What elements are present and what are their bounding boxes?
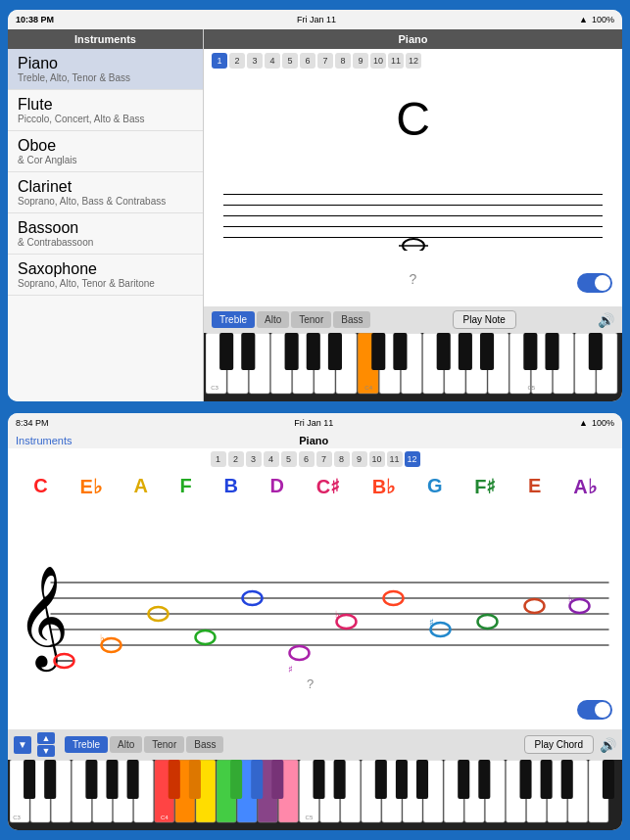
- sidebar-item-oboe[interactable]: Oboe & Cor Anglais: [8, 131, 203, 172]
- bassoon-subtitle: & Contrabassoon: [18, 237, 193, 248]
- clef-tab-treble[interactable]: Treble: [212, 311, 255, 328]
- note-D: D: [270, 475, 284, 498]
- battery-top: 100%: [592, 15, 614, 24]
- bottom-page-11[interactable]: 11: [387, 451, 403, 467]
- bottom-page-2[interactable]: 2: [228, 451, 244, 467]
- page-num-12[interactable]: 12: [406, 53, 421, 69]
- clef-tabs-bottom: Treble Alto Tenor Bass: [65, 736, 223, 753]
- bassoon-label: Bassoon: [18, 219, 193, 237]
- page-num-2[interactable]: 2: [229, 53, 245, 69]
- page-num-3[interactable]: 3: [247, 53, 263, 69]
- svg-rect-104: [396, 760, 408, 799]
- page-num-4[interactable]: 4: [265, 53, 280, 69]
- svg-point-48: [196, 630, 216, 644]
- status-right-top: ▲ 100%: [579, 15, 614, 24]
- note-Fs: F♯: [474, 475, 496, 498]
- svg-rect-28: [437, 333, 451, 370]
- svg-rect-22: [241, 333, 255, 370]
- saxophone-subtitle: Soprano, Alto, Tenor & Baritone: [18, 278, 193, 289]
- page-num-10[interactable]: 10: [370, 53, 386, 69]
- up-arrow-button[interactable]: ▲: [37, 732, 55, 744]
- page-num-6[interactable]: 6: [300, 53, 315, 69]
- bottom-page-12[interactable]: 12: [405, 451, 420, 467]
- bottom-page-5[interactable]: 5: [281, 451, 297, 467]
- status-bar-top: 10:38 PM Fri Jan 11 ▲ 100%: [8, 10, 622, 29]
- note-letter-top: C: [396, 92, 430, 146]
- clef-tab-tenor[interactable]: Tenor: [291, 311, 331, 328]
- svg-rect-97: [189, 760, 201, 799]
- svg-text:C5: C5: [306, 815, 314, 820]
- svg-text:C3: C3: [211, 385, 218, 391]
- staff-line-1: [223, 194, 603, 195]
- svg-rect-107: [478, 760, 490, 799]
- svg-text:♯: ♯: [429, 617, 434, 628]
- svg-rect-96: [169, 760, 180, 799]
- note-Ab: A♭: [573, 475, 596, 498]
- clef-tab-treble-bottom[interactable]: Treble: [65, 736, 108, 753]
- sidebar-header: Instruments: [8, 29, 203, 49]
- sidebar-item-bassoon[interactable]: Bassoon & Contrabassoon: [8, 213, 203, 255]
- volume-icon-bottom[interactable]: 🔊: [600, 737, 616, 753]
- clef-tab-tenor-bottom[interactable]: Tenor: [144, 736, 184, 753]
- bottom-main-header: Piano: [299, 435, 328, 446]
- control-bar-bottom: ▼ ▲ ▼ Treble Alto Tenor Bass Play Chord …: [8, 729, 622, 760]
- play-note-button[interactable]: Play Note: [453, 310, 516, 329]
- down-arrow-button[interactable]: ▼: [14, 736, 31, 754]
- arrow-buttons: ▲ ▼: [37, 732, 55, 757]
- svg-rect-91: [24, 760, 35, 799]
- page-num-7[interactable]: 7: [317, 53, 333, 69]
- bottom-page-3[interactable]: 3: [246, 451, 262, 467]
- svg-rect-110: [561, 760, 573, 799]
- clarinet-subtitle: Soprano, Alto, Bass & Contrabass: [18, 196, 193, 207]
- back-link[interactable]: Instruments: [16, 435, 72, 446]
- keyboard-svg-bottom: C3 C4 C5: [10, 760, 620, 826]
- svg-rect-25: [328, 333, 342, 370]
- piano-subtitle: Treble, Alto, Tenor & Bass: [18, 72, 193, 83]
- control-bar-top: Treble Alto Tenor Bass Play Note 🔊: [204, 306, 622, 333]
- page-num-1[interactable]: 1: [212, 53, 227, 69]
- svg-rect-100: [271, 760, 283, 799]
- svg-point-59: [570, 599, 590, 613]
- svg-text:𝄞: 𝄞: [17, 567, 69, 673]
- clef-tab-bass-bottom[interactable]: Bass: [186, 736, 223, 753]
- bottom-page-1[interactable]: 1: [211, 451, 226, 467]
- clef-tab-alto[interactable]: Alto: [257, 311, 289, 328]
- sidebar-item-flute[interactable]: Flute Piccolo, Concert, Alto & Bass: [8, 90, 203, 131]
- bottom-page-8[interactable]: 8: [334, 451, 350, 467]
- battery-bottom: 100%: [592, 418, 614, 428]
- page-num-11[interactable]: 11: [388, 53, 404, 69]
- toggle-switch-bottom[interactable]: [577, 700, 612, 720]
- page-num-9[interactable]: 9: [353, 53, 368, 69]
- svg-rect-98: [230, 760, 242, 799]
- sidebar-item-saxophone[interactable]: Saxophone Soprano, Alto, Tenor & Bariton…: [8, 255, 203, 296]
- svg-rect-102: [334, 760, 346, 799]
- bottom-page-10[interactable]: 10: [369, 451, 385, 467]
- status-time-top: 10:38 PM: [16, 15, 54, 24]
- bottom-page-4[interactable]: 4: [264, 451, 279, 467]
- sidebar-item-clarinet[interactable]: Clarinet Soprano, Alto, Bass & Contrabas…: [8, 172, 203, 213]
- clef-tab-bass[interactable]: Bass: [333, 311, 370, 328]
- bottom-page-6[interactable]: 6: [299, 451, 315, 467]
- sidebar-item-piano[interactable]: Piano Treble, Alto, Tenor & Bass: [8, 49, 203, 90]
- svg-rect-111: [603, 760, 614, 799]
- svg-text:♯: ♯: [288, 664, 293, 675]
- status-date-bottom: Fri Jan 11: [294, 418, 333, 428]
- note-G: G: [427, 475, 443, 498]
- toggle-on-top[interactable]: [577, 273, 612, 293]
- toggle-on-bottom[interactable]: [577, 700, 612, 720]
- clef-tab-alto-bottom[interactable]: Alto: [110, 736, 142, 753]
- page-num-8[interactable]: 8: [335, 53, 351, 69]
- toggle-switch-top[interactable]: [577, 273, 612, 293]
- down-arrow-button-2[interactable]: ▼: [37, 745, 55, 757]
- bottom-page-9[interactable]: 9: [352, 451, 367, 467]
- bottom-staff-svg: 𝄞 ♭ ♯ ♭ ♯: [8, 543, 622, 700]
- page-num-5[interactable]: 5: [282, 53, 298, 69]
- svg-text:C3: C3: [13, 815, 21, 820]
- page-numbers-top: 1 2 3 4 5 6 7 8 9 10 11 12: [204, 49, 622, 72]
- volume-icon-top[interactable]: 🔊: [598, 312, 614, 328]
- question-mark-top: ?: [410, 271, 417, 287]
- svg-rect-29: [459, 333, 472, 370]
- play-chord-button[interactable]: Play Chord: [524, 735, 594, 754]
- bottom-page-7[interactable]: 7: [316, 451, 332, 467]
- svg-rect-94: [106, 760, 118, 799]
